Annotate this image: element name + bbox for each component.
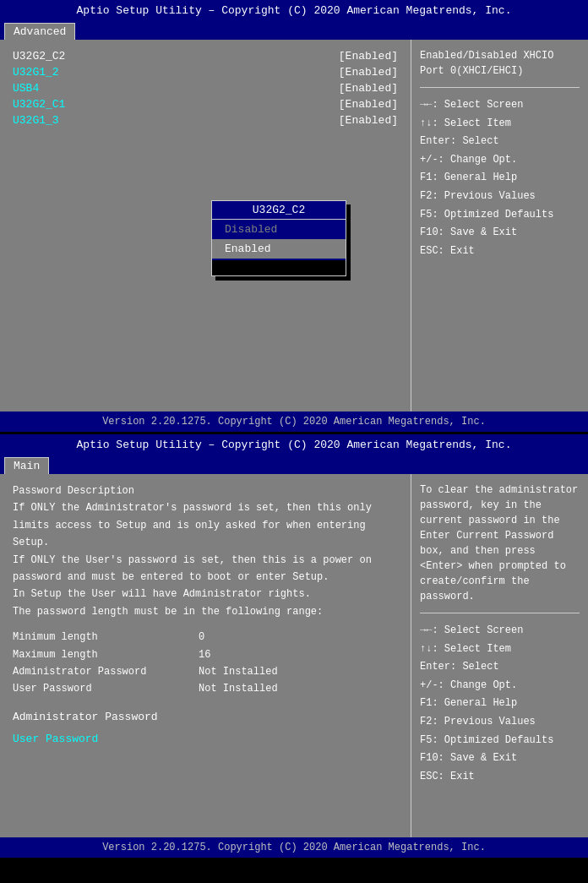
popup-option-enabled[interactable]: Enabled (212, 239, 346, 259)
screen2-footer-text: Version 2.20.1275. Copyright (C) 2020 Am… (102, 842, 486, 853)
help-change-opt: +/-: Change Opt. (420, 151, 580, 170)
screen1-footer-text: Version 2.20.1275. Copyright (C) 2020 Am… (102, 416, 486, 428)
help-optimized-defaults: F5: Optimized Defaults (420, 206, 580, 225)
screen2-right-panel: To clear the administrator password, key… (411, 474, 588, 837)
help2-previous-values: F2: Previous Values (420, 713, 580, 732)
menu-item-u32g1-2-value: [Enabled] (339, 66, 398, 79)
screen2-header: Aptio Setup Utility – Copyright (C) 2020… (0, 434, 588, 455)
pw-min-length-value: 0 (199, 629, 204, 646)
help2-esc-exit: ESC: Exit (420, 768, 580, 787)
screen1-help-divider (420, 87, 580, 88)
screen2: Aptio Setup Utility – Copyright (C) 2020… (0, 434, 588, 858)
screen2-left-panel: Password Description If ONLY the Adminis… (0, 474, 411, 837)
screen1-main: U32G2_C2 [Enabled] U32G1_2 [Enabled] USB… (0, 40, 588, 412)
pw-desc-line5: If ONLY the User's password is set, then… (13, 552, 398, 569)
screen2-help-text: →←: Select Screen ↑↓: Select Item Enter:… (420, 622, 580, 786)
screen1-tabbar: Advanced (0, 21, 588, 40)
pw-user-row: User Password Not Installed (13, 680, 398, 697)
popup-option-disabled[interactable]: Disabled (212, 220, 346, 239)
pw-user-label: User Password (13, 680, 199, 697)
pw-desc-line7: In Setup the User will have Administrato… (13, 586, 398, 602)
screen1: Aptio Setup Utility – Copyright (C) 2020… (0, 0, 588, 432)
screen2-help-divider (420, 613, 580, 613)
help-enter-select: Enter: Select (420, 133, 580, 151)
screen1-right-panel: Enabled/Disabled XHCIO Port 0(XHCI/EHCI)… (411, 40, 588, 412)
help-select-screen: →←: Select Screen (420, 96, 580, 115)
menu-item-admin-password[interactable]: Administrator Password (13, 706, 398, 728)
pw-desc-line4: Setup. (13, 534, 398, 551)
pw-desc-line2: If ONLY the Administrator's password is … (13, 499, 398, 516)
menu-item-usb4-value: [Enabled] (339, 82, 398, 95)
help2-save-exit: F10: Save & Exit (420, 749, 580, 768)
help2-optimized-defaults: F5: Optimized Defaults (420, 732, 580, 750)
menu-item-u32g1-3-name: U32G1_3 (13, 114, 59, 127)
spacer1 (13, 620, 398, 629)
menu-item-u32g2c1[interactable]: U32G2_C1 [Enabled] (13, 96, 398, 112)
help2-select-item: ↑↓: Select Item (420, 640, 580, 659)
menu-item-user-password[interactable]: User Password (13, 728, 398, 750)
screen1-footer: Version 2.20.1275. Copyright (C) 2020 Am… (0, 412, 588, 432)
pw-desc-line3: limits access to Setup and is only asked… (13, 517, 398, 534)
screen2-tabbar: Main (0, 455, 588, 474)
pw-admin-value: Not Installed (199, 663, 278, 680)
screen2-description: To clear the administrator password, key… (420, 482, 580, 604)
help2-general-help: F1: General Help (420, 695, 580, 713)
pw-max-length-value: 16 (199, 646, 210, 663)
menu-item-u32g1-3-value: [Enabled] (339, 114, 398, 127)
help-previous-values: F2: Previous Values (420, 188, 580, 206)
pw-admin-row: Administrator Password Not Installed (13, 663, 398, 680)
tab-main[interactable]: Main (4, 457, 49, 474)
menu-item-usb4[interactable]: USB4 [Enabled] (13, 80, 398, 96)
help-esc-exit: ESC: Exit (420, 243, 580, 261)
help2-enter-select: Enter: Select (420, 658, 580, 677)
menu-item-u32g2c1-name: U32G2_C1 (13, 98, 65, 111)
menu-item-u32g2c2-name: U32G2_C2 (13, 50, 65, 63)
menu-item-u32g1-2[interactable]: U32G1_2 [Enabled] (13, 64, 398, 80)
help2-change-opt: +/-: Change Opt. (420, 677, 580, 695)
pw-max-length-row: Maximum length 16 (13, 646, 398, 663)
pw-desc-line6: password and must be entered to boot or … (13, 569, 398, 586)
screen2-main: Password Description If ONLY the Adminis… (0, 474, 588, 837)
password-description-block: Password Description If ONLY the Adminis… (13, 482, 398, 750)
popup-dialog: U32G2_C2 Disabled Enabled (211, 200, 346, 276)
screen1-help-text: →←: Select Screen ↑↓: Select Item Enter:… (420, 96, 580, 260)
pw-admin-label: Administrator Password (13, 663, 199, 680)
help2-select-screen: →←: Select Screen (420, 622, 580, 640)
screen1-header-text: Aptio Setup Utility – Copyright (C) 2020… (77, 4, 512, 17)
menu-item-u32g1-3[interactable]: U32G1_3 [Enabled] (13, 112, 398, 128)
help-save-exit: F10: Save & Exit (420, 224, 580, 243)
pw-min-length-label: Minimum length (13, 629, 199, 646)
menu-item-u32g1-2-name: U32G1_2 (13, 66, 59, 79)
menu-item-usb4-name: USB4 (13, 82, 39, 95)
pw-user-value: Not Installed (199, 680, 278, 697)
screen2-footer: Version 2.20.1275. Copyright (C) 2020 Am… (0, 837, 588, 858)
help-select-item: ↑↓: Select Item (420, 115, 580, 134)
screen2-header-text: Aptio Setup Utility – Copyright (C) 2020… (77, 439, 512, 451)
spacer2 (13, 698, 398, 706)
pw-max-length-label: Maximum length (13, 646, 199, 663)
tab-advanced[interactable]: Advanced (4, 23, 75, 40)
pw-desc-line1: Password Description (13, 482, 398, 499)
help-general-help: F1: General Help (420, 169, 580, 188)
screen1-left-panel: U32G2_C2 [Enabled] U32G1_2 [Enabled] USB… (0, 40, 411, 412)
popup-body: Disabled Enabled (211, 219, 346, 276)
screen1-header: Aptio Setup Utility – Copyright (C) 2020… (0, 0, 588, 21)
screen1-description: Enabled/Disabled XHCIO Port 0(XHCI/EHCI) (420, 48, 580, 79)
menu-item-u32g2c2-value: [Enabled] (339, 50, 398, 63)
pw-desc-line8: The password length must be in the follo… (13, 603, 398, 620)
menu-item-u32g2c1-value: [Enabled] (339, 98, 398, 111)
menu-item-u32g2c2[interactable]: U32G2_C2 [Enabled] (13, 48, 398, 64)
popup-title: U32G2_C2 (211, 200, 346, 219)
pw-min-length-row: Minimum length 0 (13, 629, 398, 646)
